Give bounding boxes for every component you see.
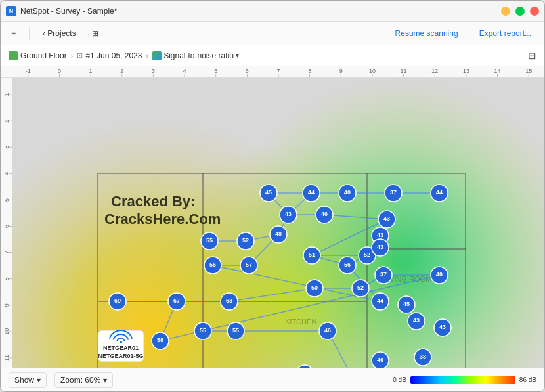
floor-icon	[9, 51, 18, 60]
legend-gradient-bar	[410, 376, 515, 384]
app-icon: N	[6, 6, 16, 16]
ruler-corner	[1, 66, 12, 78]
menu-button[interactable]: ≡	[6, 26, 21, 41]
show-label: Show	[14, 376, 34, 385]
map-container[interactable]	[12, 78, 544, 368]
window-controls	[501, 7, 539, 16]
back-projects-button[interactable]: ‹ Projects	[37, 26, 81, 41]
breadcrumb-bar: Ground Floor › ⊡ #1 Jun 05, 2023 › Signa…	[1, 45, 544, 66]
window-title: NetSpot - Survey - Sample*	[20, 7, 501, 16]
content-row	[1, 78, 544, 368]
legend-max-label: 86 dB	[519, 376, 536, 383]
zoom-label: Zoom: 60%	[60, 376, 100, 385]
toolbar: ≡ ‹ Projects ⊞ Resume scanning Export re…	[1, 22, 544, 45]
close-button[interactable]	[530, 7, 539, 16]
app-window: N NetSpot - Survey - Sample* ≡ ‹ Project…	[0, 0, 545, 392]
floor-label: Ground Floor	[20, 51, 67, 60]
show-button[interactable]: Show ▾	[9, 372, 47, 388]
zoom-chevron-icon: ▾	[103, 376, 107, 385]
ruler-h-row	[1, 66, 544, 78]
survey-label: #1 Jun 05, 2023	[85, 51, 142, 60]
chevron-icon-2: ›	[146, 52, 148, 60]
signal-label: Signal-to-noise ratio	[164, 51, 234, 60]
map-canvas[interactable]	[12, 78, 544, 368]
bottom-bar: Show ▾ Zoom: 60% ▾ 0 dB 86 dB	[1, 368, 544, 391]
show-chevron-icon: ▾	[37, 376, 41, 385]
chevron-icon-1: ›	[71, 52, 74, 60]
maximize-button[interactable]	[515, 7, 525, 16]
export-report-button[interactable]: Export report...	[471, 26, 539, 41]
minimize-button[interactable]	[501, 7, 510, 16]
filter-button[interactable]: ⊟	[528, 50, 536, 62]
legend-min-label: 0 dB	[393, 376, 406, 383]
content-area	[1, 66, 544, 368]
ruler-horizontal	[12, 66, 544, 78]
breadcrumb-floor[interactable]: Ground Floor	[9, 51, 67, 60]
toolbar-separator	[29, 27, 30, 40]
survey-icon: ⊡	[77, 51, 83, 60]
ruler-vertical	[1, 78, 12, 368]
signal-dropdown[interactable]: Signal-to-noise ratio ▾	[152, 51, 239, 60]
signal-icon	[152, 51, 162, 60]
zoom-button[interactable]: Zoom: 60% ▾	[54, 372, 113, 388]
breadcrumb-survey[interactable]: ⊡ #1 Jun 05, 2023	[77, 51, 142, 60]
resume-scanning-button[interactable]: Resume scanning	[387, 26, 466, 41]
title-bar: N NetSpot - Survey - Sample*	[1, 1, 544, 22]
view-toggle-button[interactable]: ⊞	[87, 26, 104, 41]
dropdown-chevron-icon: ▾	[236, 52, 239, 59]
legend: 0 dB 86 dB	[393, 376, 536, 384]
